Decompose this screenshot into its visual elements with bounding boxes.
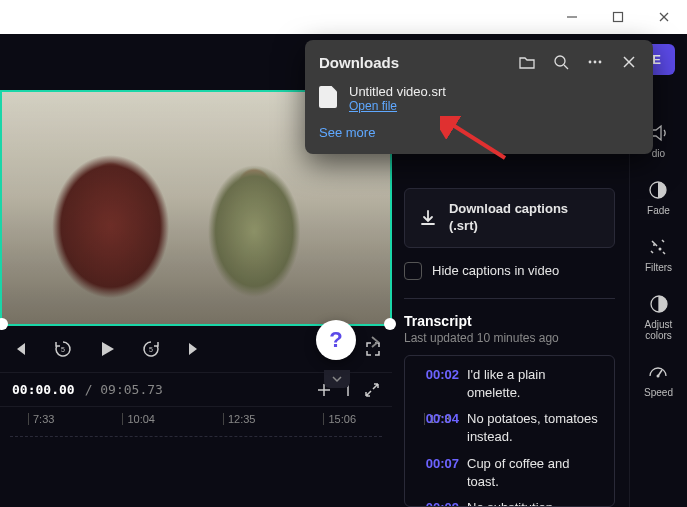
- transcript-line[interactable]: 00:09No substitution.: [417, 499, 602, 507]
- transcript-text: I'd like a plain omelette.: [467, 366, 602, 402]
- transcript-updated: Last updated 10 minutes ago: [404, 331, 615, 345]
- svg-text:5: 5: [61, 346, 65, 353]
- annotation-arrow: [440, 116, 510, 166]
- forward-5s-button[interactable]: 5: [138, 336, 164, 362]
- more-icon: [586, 53, 604, 71]
- transcript-line[interactable]: 00:02I'd like a plain omelette.: [417, 366, 602, 402]
- download-captions-label: Download captions (.srt): [449, 201, 600, 235]
- play-button[interactable]: [94, 336, 120, 362]
- download-captions-button[interactable]: Download captions (.srt): [404, 188, 615, 248]
- help-button[interactable]: ?: [316, 320, 356, 360]
- speed-icon: [647, 361, 669, 383]
- adjust-icon: [648, 293, 670, 315]
- file-icon: [319, 86, 337, 108]
- open-file-link[interactable]: Open file: [349, 99, 446, 113]
- close-icon: [621, 54, 637, 70]
- transcript-list[interactable]: 00:02I'd like a plain omelette. 00:04No …: [404, 355, 615, 507]
- download-file-name: Untitled video.srt: [349, 84, 446, 99]
- transcript-line[interactable]: 00:07Cup of coffee and toast.: [417, 455, 602, 491]
- svg-point-9: [653, 244, 655, 246]
- search-icon: [552, 53, 570, 71]
- sidebar-item-filters[interactable]: Filters: [645, 236, 672, 273]
- resize-handle-br[interactable]: [384, 318, 396, 330]
- skip-back-button[interactable]: [6, 336, 32, 362]
- transcript-timestamp[interactable]: 00:07: [417, 455, 459, 491]
- window-minimize-button[interactable]: [549, 0, 595, 34]
- transcript-text: No potatoes, tomatoes instead.: [467, 410, 602, 446]
- current-time-label: 00:00.00: [12, 382, 75, 397]
- transcript-text: No substitution.: [467, 499, 557, 507]
- sidebar-label: Fade: [647, 205, 670, 216]
- collapse-button[interactable]: [364, 382, 380, 398]
- folder-icon: [518, 53, 536, 71]
- svg-rect-1: [614, 13, 623, 22]
- rewind-5s-button[interactable]: 5: [50, 336, 76, 362]
- total-time-label: / 09:05.73: [85, 382, 163, 397]
- transcript-timestamp[interactable]: 00:09: [417, 499, 459, 507]
- hide-captions-checkbox[interactable]: [404, 262, 422, 280]
- transcript-timestamp[interactable]: 00:02: [417, 366, 459, 402]
- ruler-mark: 7:33: [28, 413, 54, 425]
- downloads-search-button[interactable]: [551, 52, 571, 72]
- svg-point-15: [589, 61, 592, 64]
- window-maximize-button[interactable]: [595, 0, 641, 34]
- svg-point-17: [599, 61, 602, 64]
- transcript-timestamp[interactable]: 00:04: [417, 410, 459, 446]
- sidebar-label: Filters: [645, 262, 672, 273]
- svg-point-13: [555, 56, 565, 66]
- transcript-header: Transcript Last updated 10 minutes ago: [404, 313, 615, 345]
- sidebar-item-fade[interactable]: Fade: [647, 179, 670, 216]
- transcript-heading: Transcript: [404, 313, 615, 329]
- downloads-more-button[interactable]: [585, 52, 605, 72]
- collapse-tray[interactable]: [324, 370, 350, 388]
- svg-point-8: [659, 248, 662, 251]
- svg-line-20: [448, 122, 505, 158]
- skip-forward-button[interactable]: [182, 336, 208, 362]
- window-close-button[interactable]: [641, 0, 687, 34]
- ruler-mark: 10:04: [122, 413, 155, 425]
- download-icon: [419, 209, 437, 227]
- sidebar-item-speed[interactable]: Speed: [644, 361, 673, 398]
- sidebar-label: Adjust colors: [630, 319, 687, 341]
- hide-captions-label: Hide captions in video: [432, 263, 559, 278]
- sidebar-item-adjust-colors[interactable]: Adjust colors: [630, 293, 687, 341]
- fade-icon: [647, 179, 669, 201]
- ruler-mark: 12:35: [223, 413, 256, 425]
- svg-point-16: [594, 61, 597, 64]
- svg-text:5: 5: [149, 346, 153, 353]
- downloads-folder-button[interactable]: [517, 52, 537, 72]
- timeline-ruler[interactable]: 7:33 10:04 12:35 15:06 17:3: [0, 406, 392, 430]
- download-file-row[interactable]: Untitled video.srt Open file: [319, 84, 639, 113]
- question-icon: ?: [329, 327, 342, 353]
- ruler-mark: 15:06: [323, 413, 356, 425]
- downloads-title: Downloads: [319, 54, 503, 71]
- downloads-close-button[interactable]: [619, 52, 639, 72]
- svg-point-12: [657, 375, 660, 378]
- expand-chevron-right[interactable]: [370, 335, 380, 349]
- transcript-text: Cup of coffee and toast.: [467, 455, 602, 491]
- filters-icon: [647, 236, 669, 258]
- timeline-track[interactable]: [10, 436, 382, 476]
- export-label: E: [652, 52, 661, 67]
- transcript-line[interactable]: 00:04No potatoes, tomatoes instead.: [417, 410, 602, 446]
- sidebar-label: dio: [652, 148, 665, 159]
- svg-line-14: [564, 65, 568, 69]
- sidebar-label: Speed: [644, 387, 673, 398]
- panel-divider: [404, 298, 615, 299]
- window-titlebar: [0, 0, 687, 34]
- hide-captions-row[interactable]: Hide captions in video: [404, 262, 615, 280]
